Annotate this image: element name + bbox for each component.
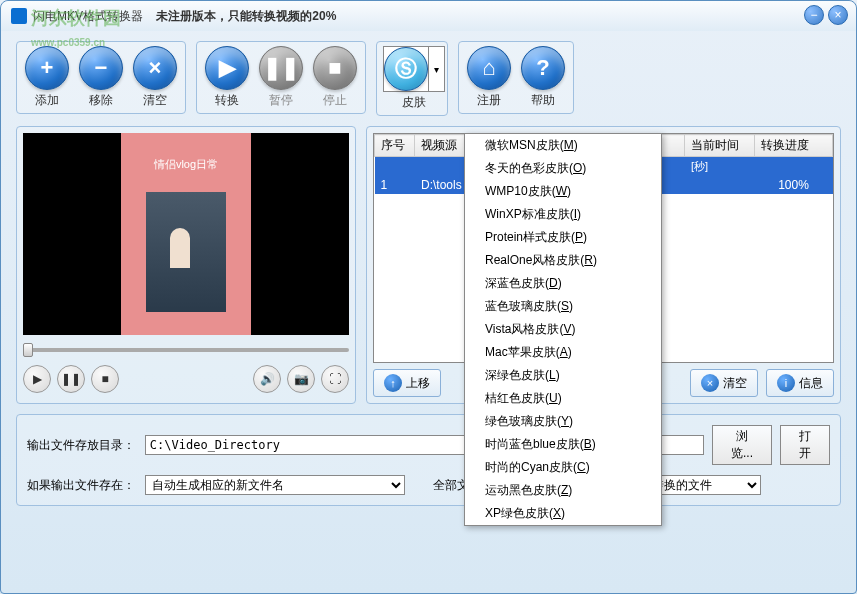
skin-menu-item[interactable]: 深蓝色皮肤(D) (465, 272, 661, 295)
video-preview: 情侣vlog日常 (23, 133, 349, 335)
skin-menu-item[interactable]: XP绿色皮肤(X) (465, 502, 661, 525)
minus-icon: − (95, 55, 108, 81)
clear-button[interactable]: × 清空 (133, 46, 177, 109)
fullscreen-button[interactable]: ⛶ (321, 365, 349, 393)
move-up-button[interactable]: ↑ 上移 (373, 369, 441, 397)
skin-button[interactable]: Ⓢ ▾ 皮肤 (383, 46, 445, 111)
skin-menu-item[interactable]: 时尚蓝色blue皮肤(B) (465, 433, 661, 456)
exists-label: 如果输出文件存在： (27, 477, 137, 494)
expand-icon: ⛶ (329, 372, 341, 386)
stop-icon: ■ (328, 55, 341, 81)
skin-menu-item[interactable]: WinXP标准皮肤(I) (465, 203, 661, 226)
skin-menu-item[interactable]: 运动黑色皮肤(Z) (465, 479, 661, 502)
preview-panel: 情侣vlog日常 ▶ ❚❚ ■ 🔊 📷 ⛶ (16, 126, 356, 404)
skin-menu-item[interactable]: Mac苹果皮肤(A) (465, 341, 661, 364)
pause-icon: ❚❚ (61, 372, 81, 386)
stop-button[interactable]: ■ (91, 365, 119, 393)
skin-menu-item[interactable]: 时尚的Cyan皮肤(C) (465, 456, 661, 479)
seek-slider[interactable] (23, 343, 349, 357)
plus-icon: + (41, 55, 54, 81)
video-caption: 情侣vlog日常 (154, 157, 218, 172)
skin-menu-item[interactable]: Vista风格皮肤(V) (465, 318, 661, 341)
question-icon: ? (536, 55, 549, 81)
col-time[interactable]: 当前时间 (685, 135, 755, 157)
home-icon: ⌂ (482, 55, 495, 81)
skin-menu-item[interactable]: RealOne风格皮肤(R) (465, 249, 661, 272)
stop-button: ■ 停止 (313, 46, 357, 109)
info-icon: i (785, 377, 787, 389)
skin-menu-item[interactable]: 绿色玻璃皮肤(Y) (465, 410, 661, 433)
browse-button[interactable]: 浏览... (712, 425, 772, 465)
pause-icon: ❚❚ (263, 55, 299, 81)
exists-select[interactable]: 自动生成相应的新文件名 (145, 475, 405, 495)
skin-dropdown-menu: 微软MSN皮肤(M)冬天的色彩皮肤(O)WMP10皮肤(W)WinXP标准皮肤(… (464, 133, 662, 526)
pause-button[interactable]: ❚❚ (57, 365, 85, 393)
skin-icon: Ⓢ (395, 54, 417, 84)
speaker-icon: 🔊 (260, 372, 275, 386)
skin-menu-item[interactable]: Protein样式皮肤(P) (465, 226, 661, 249)
help-button[interactable]: ? 帮助 (521, 46, 565, 109)
output-dir-label: 输出文件存放目录： (27, 437, 137, 454)
x-icon: × (707, 377, 713, 389)
play-icon: ▶ (33, 372, 42, 386)
play-button[interactable]: ▶ (23, 365, 51, 393)
close-button[interactable]: × (828, 5, 848, 25)
col-progress[interactable]: 转换进度 (755, 135, 833, 157)
info-button[interactable]: i 信息 (766, 369, 834, 397)
title-text: 闪电MKV格式转换器 未注册版本，只能转换视频的20% (33, 8, 336, 25)
open-button[interactable]: 打开 (780, 425, 830, 465)
volume-button[interactable]: 🔊 (253, 365, 281, 393)
remove-button[interactable]: − 移除 (79, 46, 123, 109)
video-thumbnail (146, 192, 226, 312)
skin-menu-item[interactable]: WMP10皮肤(W) (465, 180, 661, 203)
skin-dropdown-arrow[interactable]: ▾ (428, 47, 444, 91)
col-index[interactable]: 序号 (375, 135, 415, 157)
camera-icon: 📷 (294, 372, 309, 386)
snapshot-button[interactable]: 📷 (287, 365, 315, 393)
register-button[interactable]: ⌂ 注册 (467, 46, 511, 109)
skin-menu-item[interactable]: 深绿色皮肤(L) (465, 364, 661, 387)
minimize-button[interactable]: − (804, 5, 824, 25)
convert-button[interactable]: ▶ 转换 (205, 46, 249, 109)
skin-menu-item[interactable]: 桔红色皮肤(U) (465, 387, 661, 410)
skin-menu-item[interactable]: 蓝色玻璃皮肤(S) (465, 295, 661, 318)
toolbar: + 添加 − 移除 × 清空 ▶ 转换 ❚❚ 暂停 ■ 停止 Ⓢ ▾ (1, 31, 856, 126)
add-button[interactable]: + 添加 (25, 46, 69, 109)
stop-icon: ■ (101, 372, 108, 386)
x-icon: × (149, 55, 162, 81)
skin-menu-item[interactable]: 微软MSN皮肤(M) (465, 134, 661, 157)
output-settings: 输出文件存放目录： 浏览... 打开 如果输出文件存在： 自动生成相应的新文件名… (16, 414, 841, 506)
pause-button: ❚❚ 暂停 (259, 46, 303, 109)
play-icon: ▶ (219, 55, 236, 81)
skin-menu-item[interactable]: 冬天的色彩皮肤(O) (465, 157, 661, 180)
arrow-up-icon: ↑ (390, 377, 396, 389)
clear-list-button[interactable]: × 清空 (690, 369, 758, 397)
app-logo (11, 8, 27, 24)
titlebar: 闪电MKV格式转换器 未注册版本，只能转换视频的20% − × (1, 1, 856, 31)
